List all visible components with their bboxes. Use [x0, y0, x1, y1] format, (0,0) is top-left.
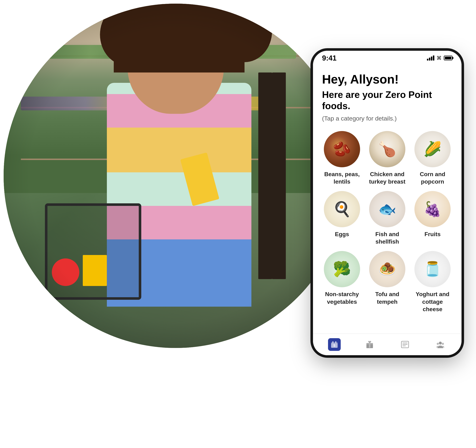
gift-icon — [363, 338, 376, 351]
svg-point-13 — [437, 343, 439, 345]
battery-icon — [444, 56, 453, 60]
background-image — [4, 4, 348, 348]
status-bar: 9:41 ⌘ — [313, 51, 461, 65]
phone-time: 9:41 — [322, 54, 337, 62]
food-item-tofu[interactable]: Tofu and tempeh — [367, 251, 407, 313]
greeting-title: Hey, Allyson! — [322, 73, 453, 86]
bottom-nav: 5 — [313, 333, 461, 355]
group-icon — [434, 338, 447, 351]
svg-rect-9 — [402, 343, 408, 343]
food-image-beans — [324, 131, 360, 167]
nav-item-list[interactable] — [399, 338, 411, 351]
food-label-yoghurt: Yoghurt and cottage cheese — [413, 291, 453, 313]
food-image-corn — [414, 131, 451, 167]
food-image-eggs — [324, 191, 360, 227]
phone-mockup: 9:41 ⌘ Hey, Allyson! Here are your Zero … — [313, 51, 461, 355]
food-image-fruits — [414, 191, 451, 227]
svg-point-12 — [439, 342, 442, 345]
calendar-icon: 5 — [328, 338, 341, 351]
food-image-yoghurt — [414, 251, 451, 287]
greeting-hint: (Tap a category for details.) — [322, 115, 453, 122]
food-label-fruits: Fruits — [425, 230, 441, 238]
food-item-yoghurt[interactable]: Yoghurt and cottage cheese — [413, 251, 453, 313]
food-image-tofu — [369, 251, 405, 287]
food-item-eggs[interactable]: Eggs — [322, 191, 362, 246]
food-label-beans: Beans, peas, lentils — [322, 171, 362, 186]
food-item-corn[interactable]: Corn and popcorn — [413, 131, 453, 186]
food-image-fish — [369, 191, 405, 227]
food-label-fish: Fish and shellfish — [367, 230, 407, 246]
food-label-tofu: Tofu and tempeh — [367, 291, 407, 305]
nav-item-gift[interactable] — [363, 338, 376, 351]
svg-rect-3 — [333, 341, 333, 343]
food-item-veggies[interactable]: Non-starchy vegetables — [322, 251, 362, 313]
svg-rect-11 — [402, 346, 406, 346]
status-icons: ⌘ — [427, 55, 453, 61]
phone-content: Hey, Allyson! Here are your Zero Point f… — [313, 65, 461, 333]
food-item-beans[interactable]: Beans, peas, lentils — [322, 131, 362, 186]
signal-icon — [427, 55, 434, 61]
nav-item-group[interactable] — [434, 338, 447, 351]
svg-text:5: 5 — [333, 344, 335, 347]
food-label-eggs: Eggs — [335, 230, 349, 238]
greeting-subtitle: Here are your Zero Point foods. — [322, 89, 453, 112]
food-image-veggies — [324, 251, 360, 287]
food-item-fish[interactable]: Fish and shellfish — [367, 191, 407, 246]
food-label-veggies: Non-starchy vegetables — [322, 291, 362, 305]
svg-point-14 — [442, 343, 444, 345]
food-image-chicken — [369, 131, 405, 167]
svg-rect-4 — [335, 341, 336, 343]
food-item-fruits[interactable]: Fruits — [413, 191, 453, 246]
svg-rect-10 — [402, 344, 408, 345]
food-item-chicken[interactable]: Chicken and turkey breast — [367, 131, 407, 186]
list-icon — [399, 338, 411, 351]
wifi-icon: ⌘ — [436, 55, 442, 61]
food-grid: Beans, peas, lentils Chicken and turkey … — [322, 131, 453, 313]
food-label-chicken: Chicken and turkey breast — [367, 171, 407, 186]
food-label-corn: Corn and popcorn — [413, 171, 453, 186]
nav-item-calendar[interactable]: 5 — [328, 338, 341, 351]
